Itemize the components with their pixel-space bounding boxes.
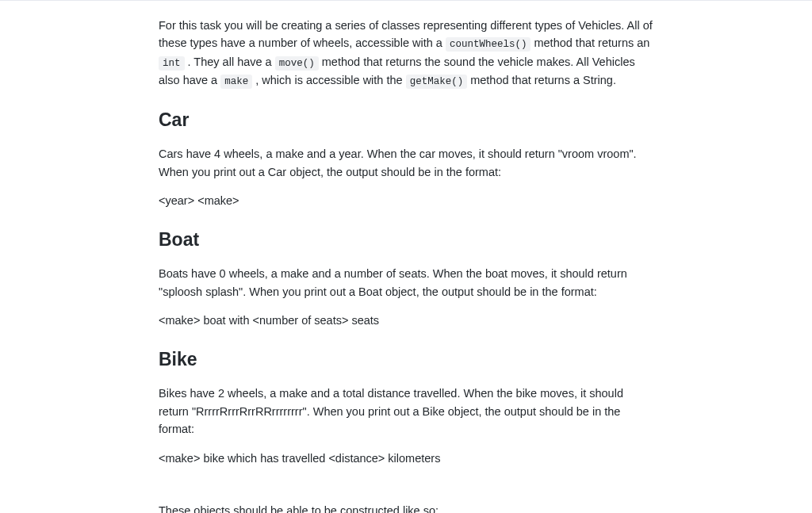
- heading-boat: Boat: [159, 226, 653, 255]
- intro-text: . They all have a: [188, 56, 275, 68]
- code-getmake: getMake(): [406, 75, 468, 89]
- bike-description: Bikes have 2 wheels, a make and a total …: [159, 385, 653, 438]
- intro-text: method that returns a String.: [470, 74, 616, 86]
- code-countwheels: countWheels(): [446, 37, 531, 52]
- bike-format: <make> bike which has travelled <distanc…: [159, 450, 653, 467]
- document-body: For this task you will be creating a ser…: [0, 1, 812, 513]
- intro-paragraph: For this task you will be creating a ser…: [159, 17, 653, 90]
- code-move: move(): [275, 56, 319, 71]
- code-make: make: [220, 75, 252, 89]
- boat-description: Boats have 0 wheels, a make and a number…: [159, 265, 653, 301]
- intro-text: method that returns an: [534, 36, 649, 49]
- code-int: int: [159, 56, 185, 71]
- heading-bike: Bike: [159, 346, 653, 374]
- intro-text: , which is accessible with the: [255, 74, 405, 86]
- boat-format: <make> boat with <number of seats> seats: [159, 312, 653, 329]
- spacer: [159, 481, 653, 502]
- car-description: Cars have 4 wheels, a make and a year. W…: [159, 145, 653, 181]
- car-format: <year> <make>: [159, 192, 653, 209]
- heading-car: Car: [159, 106, 653, 135]
- construct-note: These objects should be able to be const…: [159, 502, 653, 513]
